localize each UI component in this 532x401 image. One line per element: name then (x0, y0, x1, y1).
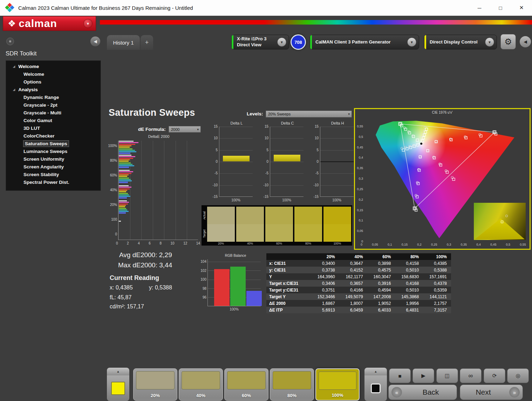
collapse-left-icon: ◀ (94, 39, 97, 44)
pattern-level-button-20[interactable]: 20% (133, 368, 177, 401)
play-button[interactable]: ▶ (412, 368, 434, 383)
main-menu-dropdown-icon[interactable]: ▼ (83, 19, 93, 28)
chart-title: CIE 1976 u'v' (355, 111, 530, 114)
next-chevrons-icon: » (509, 387, 520, 397)
sidebar-item-luminance-sweeps[interactable]: Luminance Sweeps (6, 147, 101, 155)
table-row: ΔE ITP5,69136,04596,40336,48317,3157 (266, 307, 451, 313)
repeat-read-button[interactable]: ⟳ (484, 368, 505, 383)
back-button[interactable]: « Back (388, 385, 457, 400)
meter-dropdown-icon[interactable]: ▼ (277, 38, 286, 47)
axis-tick: 0,55 (357, 125, 363, 128)
axis-tick: 0,1 (388, 243, 392, 246)
sidebar-item-grayscale-multi[interactable]: Grayscale - Multi (6, 109, 101, 116)
sidebar-item-colorchecker[interactable]: ColorChecker (6, 132, 101, 140)
display-control-selector[interactable]: Direct Display Control ▼ (424, 35, 497, 49)
pattern-frame-button[interactable]: ◫ (436, 368, 458, 383)
chart-title: RGB Balance (196, 254, 266, 259)
axis-tick: 60% (110, 174, 117, 177)
sidebar-item-options[interactable]: Options (6, 78, 101, 86)
deltae-2000-chart: DeltaE 2000 100%80%60%40%20%1000 0246810… (108, 134, 202, 247)
sidebar-collapse-button[interactable]: ◀ (90, 36, 100, 46)
chart-plot-area (118, 141, 198, 240)
deltae-bar (119, 190, 127, 191)
pattern-window-icon: ◫ (445, 373, 450, 379)
deltae-bar (119, 178, 129, 179)
app-logo-icon (6, 4, 14, 12)
levels-select[interactable]: 20% Sweeps ▾ (266, 111, 352, 118)
continuous-read-button[interactable]: ∞ (460, 368, 482, 383)
deltae-bar (119, 221, 121, 222)
table-row: Target Y152,3466149,5079147,2008145,3868… (266, 293, 451, 300)
sidebar-item-3d-lut[interactable]: 3D LUT (6, 124, 101, 132)
pattern-generator-selector[interactable]: CalMAN Client 3 Pattern Generator ▼ (310, 35, 419, 49)
axis-tick: 0 (116, 241, 118, 245)
up-arrow-icon[interactable]: ▲ (364, 368, 387, 375)
record-icon: ◎ (516, 373, 520, 379)
sidebar-item-welcome[interactable]: Welcome (6, 70, 101, 78)
sidebar-item-grayscale-2pt[interactable]: Grayscale - 2pt (6, 101, 101, 109)
axis-tick: 102 (200, 269, 206, 273)
window-title: Calman 2023 Calman Ultimate for Business… (18, 5, 193, 11)
deltae-bar (119, 148, 132, 149)
current-reading-label: Current Reading (110, 274, 159, 282)
sidebar-group-analysis[interactable]: ◢Analysis (6, 86, 101, 93)
generator-dropdown-icon[interactable]: ▼ (407, 38, 416, 47)
add-tab-button[interactable]: + (141, 35, 153, 50)
single-read-button[interactable]: ◎ (507, 368, 529, 383)
deltae-bar (119, 185, 129, 186)
sidebar-item-screen-stability[interactable]: Screen Stability (6, 171, 101, 178)
pattern-level-button-100[interactable]: 100% (315, 368, 360, 401)
pattern-color-button[interactable]: ▲ (107, 368, 129, 401)
sidebar-item-screen-angularity[interactable]: Screen Angularity (6, 163, 101, 171)
meter-selector[interactable]: X-Rite i1Pro 3Direct View ▼ (231, 35, 289, 49)
close-button[interactable]: ✕ (511, 0, 532, 15)
axis-tick: 0,05 (357, 229, 363, 233)
deltae-bar (119, 180, 132, 181)
next-button[interactable]: Next » (460, 385, 523, 400)
axis-tick: 0 (115, 233, 117, 236)
delta-bar (223, 156, 250, 161)
tab-history-1[interactable]: History 1 (107, 35, 140, 50)
de-formula-select[interactable]: 2000 ▾ (169, 126, 201, 133)
deltae-bar (119, 147, 130, 148)
axis-tick: 20% (110, 203, 117, 207)
up-arrow-icon[interactable]: ▲ (107, 368, 129, 375)
pattern-level-button-80[interactable]: 80% (270, 368, 314, 401)
pattern-level-button-60[interactable]: 60% (224, 368, 268, 401)
caret-down-icon: ▾ (348, 112, 350, 116)
deltae-bar (119, 179, 131, 180)
pattern-level-button-40[interactable]: 40% (179, 368, 223, 401)
levels-label: Levels: (247, 111, 263, 116)
sidebar-item-spectral-power-dist[interactable]: Spectral Power Dist. (6, 178, 101, 186)
maximize-button[interactable]: □ (490, 0, 511, 15)
delta-bar (274, 155, 300, 161)
axis-tick: 0,4 (359, 156, 363, 159)
pattern-window-button[interactable]: ▲ (364, 368, 387, 401)
chart-plot-area (219, 127, 253, 197)
sidebar-item-color-gamut[interactable]: Color Gamut (6, 116, 101, 124)
workflow-title: SDR Toolkit (6, 50, 37, 57)
display-dropdown-icon[interactable]: ▼ (485, 38, 494, 47)
axis-tick: 0,15 (402, 243, 408, 246)
deltae-bar (119, 153, 130, 154)
deltae-bar (119, 162, 131, 163)
sidebar-item-saturation-sweeps[interactable]: Saturation Sweeps (6, 140, 101, 147)
axis-tick: 0,3 (359, 177, 363, 180)
stop-button[interactable]: ■ (389, 368, 411, 383)
sidebar-item-dynamic-range[interactable]: Dynamic Range (6, 93, 101, 101)
deltae-bar (119, 145, 131, 146)
calman-logo[interactable]: ❖ calman ▼ (3, 16, 96, 31)
chart-plot-area (207, 259, 261, 306)
settings-button[interactable]: ⚙ (500, 34, 516, 49)
axis-tick: 0,25 (357, 188, 363, 191)
cie-zoom-inset (474, 203, 526, 240)
deltae-bar (119, 208, 126, 209)
sidebar-group-welcome[interactable]: ◢Welcome (6, 62, 101, 70)
collapse-right-panel-button[interactable]: ◀ (520, 36, 531, 47)
meter-mode-badge[interactable]: 708 (291, 34, 306, 50)
minimize-button[interactable]: ─ (469, 0, 490, 15)
pattern-window-icon (371, 383, 381, 393)
sidebar-item-screen-uniformity[interactable]: Screen Uniformity (6, 155, 101, 163)
chart-plot-area (270, 127, 303, 197)
sidebar-record-dot[interactable] (6, 38, 14, 45)
